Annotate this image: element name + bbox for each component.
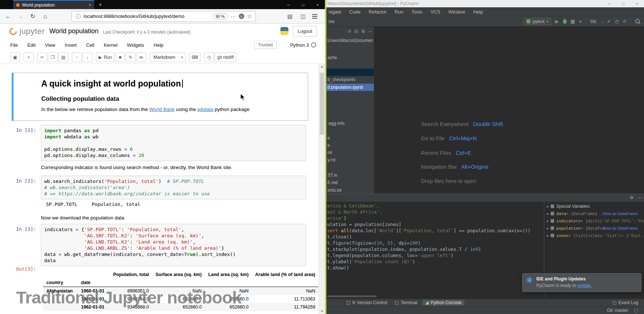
settings-gear-icon[interactable]: ⚙ (630, 195, 634, 200)
command-palette-button[interactable]: ⌨ (189, 53, 200, 62)
site-info-icon[interactable]: i (76, 14, 81, 19)
console-hscrollbar-thumb[interactable] (327, 295, 376, 297)
code-cell-1[interactable]: import pandas as pdimport wbdata as wbpd… (41, 125, 306, 161)
trusted-badge[interactable]: Trusted (254, 41, 277, 49)
copy-cells-button[interactable]: ❐ (48, 53, 58, 62)
project-tree-item[interactable]: y.rst (326, 156, 374, 164)
browser-tab[interactable]: World population × (13, 0, 94, 9)
view-as-dataframe-link[interactable]: ...View as DataFrame (599, 226, 638, 230)
window-minimize-button[interactable]: ─ (281, 0, 296, 9)
menu-vcs[interactable]: VCS (430, 9, 440, 15)
scroll-up-icon[interactable]: ▲ (319, 64, 325, 69)
project-tree-item[interactable]: d population.ipynb (326, 84, 374, 91)
project-tree-item[interactable]: e (326, 134, 374, 142)
menu-kernel[interactable]: Kernel (104, 42, 118, 48)
interrupt-kernel-button[interactable]: ■ (115, 53, 125, 62)
forward-button[interactable]: → (15, 11, 26, 22)
project-tree-item[interactable] (326, 69, 374, 76)
hide-panel-icon[interactable]: ─ (368, 29, 372, 34)
move-cell-down-button[interactable]: ↓ (83, 53, 92, 62)
collapse-all-icon[interactable]: ⊟ (354, 29, 358, 34)
variable-row[interactable]: ▶indicators = {dict} {'SP.POP.TOTL': 'Po… (544, 217, 644, 225)
pocket-icon[interactable]: ∨ (239, 14, 244, 19)
tool-button-event-log[interactable]: Event Log (610, 300, 641, 306)
settings-gear-icon[interactable]: ⚙ (361, 29, 365, 34)
project-tree-item[interactable]: .egg-info (326, 120, 374, 127)
view-as-dataframe-link[interactable]: ...View as DataFrame (599, 211, 638, 216)
menu-help[interactable]: Help (154, 42, 164, 48)
zoom-level-badge[interactable]: 90 % (212, 14, 227, 19)
tool-button--version-control[interactable]: 9: Version Control (344, 300, 390, 306)
commit-changes-icon[interactable]: ✔ (607, 19, 611, 24)
insert-cell-below-button[interactable]: + (24, 53, 34, 62)
menu-tools[interactable]: Tools (411, 9, 422, 15)
project-tree-item[interactable]: b_checkpoints (326, 76, 374, 83)
tool-button-python-console[interactable]: Python Console (422, 300, 465, 306)
project-root-path[interactable]: \Users\Marco\Documen (327, 38, 373, 43)
project-tree-item[interactable]: ents.txt (326, 187, 374, 194)
cell-type-select[interactable]: Markdown▾ (150, 53, 185, 62)
expand-arrow-icon[interactable]: ▶ (547, 227, 549, 230)
window-maximize-button[interactable]: □ (616, 0, 630, 7)
menu-window[interactable]: Window (448, 9, 465, 15)
window-close-button[interactable]: × (630, 0, 644, 7)
variable-row[interactable]: ▶population = {DataFra...View as DataFra… (544, 225, 644, 232)
expand-arrow-icon[interactable]: ▶ (547, 234, 549, 237)
notebook-scrollbar[interactable]: ▲ ▼ (319, 64, 325, 314)
home-button[interactable]: ⌂ (40, 11, 50, 22)
restart-kernel-button[interactable]: ↻ (126, 53, 135, 62)
menu-run[interactable]: Run (395, 9, 403, 15)
run-cell-button[interactable]: ▶Run (96, 53, 114, 62)
wbdata-link[interactable]: wbdata (198, 107, 214, 112)
inspection-status-icon[interactable] (634, 309, 638, 313)
coverage-button[interactable]: ▦ (571, 19, 575, 24)
move-cell-up-button[interactable]: ↑ (72, 53, 82, 62)
url-bar[interactable]: i localhost:8888/notebooks/GitHub/jupyte… (72, 11, 256, 22)
menu-insert[interactable]: Insert (65, 42, 77, 48)
refresh-icon[interactable]: ↺ (348, 29, 351, 34)
expand-arrow-icon[interactable]: ▶ (547, 212, 549, 215)
menu-file[interactable]: File (10, 42, 18, 48)
scroll-down-icon[interactable]: ▼ (319, 309, 325, 314)
menu-widgets[interactable]: Widgets (127, 42, 144, 48)
rollback-icon[interactable]: ↺ (622, 19, 626, 24)
project-tree-item[interactable]: E.md (326, 179, 374, 186)
checkpoint-clock-button[interactable]: ◷ (204, 53, 214, 62)
variables-header-row[interactable]: ▶Special Variables (544, 203, 644, 210)
menu-edit[interactable]: Edit (27, 42, 35, 48)
url-text[interactable]: localhost:8888/notebooks/GitHub/jupytext… (84, 14, 210, 19)
update-project-icon[interactable]: ↓ (601, 19, 603, 24)
library-icon[interactable]: ▤ (287, 13, 292, 20)
search-everywhere-icon[interactable] (635, 19, 640, 24)
git-nbdiff-button[interactable]: git nbdiff (215, 53, 236, 62)
window-close-button[interactable]: × (310, 0, 325, 9)
run-configuration-select[interactable]: pytest ▾ (524, 18, 551, 25)
sidebar-toggle-icon[interactable]: ◫ (300, 13, 306, 20)
notification-popup[interactable]: i IDE and Plugin Updates PyCharm is read… (522, 273, 641, 292)
menu-hamburger-icon[interactable] (312, 14, 317, 19)
cut-cells-button[interactable]: ✂ (37, 53, 47, 62)
show-history-icon[interactable]: ◷ (615, 19, 619, 24)
run-button[interactable]: ▶ (555, 19, 559, 24)
editor-area[interactable]: Search EverywhereDouble ShiftGo to FileC… (374, 27, 644, 194)
expand-arrow-icon[interactable]: ▶ (547, 219, 549, 223)
code-cell-2[interactable]: wb.search_indicators('Population, total'… (41, 176, 306, 199)
project-tree-item[interactable]: e (326, 142, 374, 149)
save-button[interactable]: ▣ (10, 53, 20, 62)
jupyter-logo[interactable]: jupyter (9, 27, 45, 36)
tool-button-terminal[interactable]: Terminal (392, 300, 420, 306)
paste-cells-button[interactable]: ▤ (58, 53, 68, 62)
window-maximize-button[interactable]: □ (296, 0, 310, 9)
menu-view[interactable]: View (45, 42, 55, 48)
bookmark-star-icon[interactable]: ☆ (247, 13, 252, 20)
menu-cell[interactable]: Cell (86, 42, 94, 48)
navigation-breadcrumb[interactable]: mo (329, 19, 335, 24)
notebook-title[interactable]: World population (49, 27, 99, 35)
variable-row[interactable]: ▶data = {DataFrame}...View as DataFrame (544, 210, 644, 217)
menu-refactor[interactable]: Refactor (369, 9, 387, 15)
page-actions-icon[interactable]: ⋯ (231, 14, 236, 19)
new-tab-button[interactable]: + (94, 0, 106, 9)
git-branch-widget[interactable]: Git: master (607, 308, 628, 313)
expand-arrow-icon[interactable]: ▶ (547, 205, 549, 208)
project-tree-item[interactable]: ml (326, 149, 374, 156)
